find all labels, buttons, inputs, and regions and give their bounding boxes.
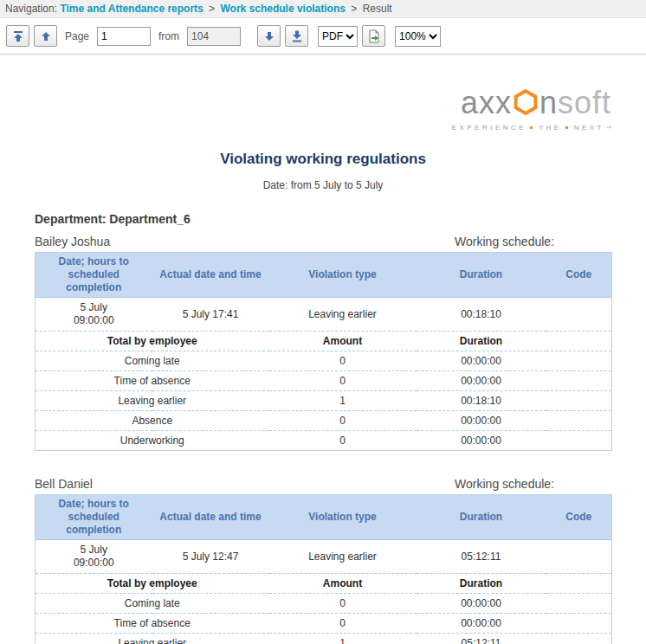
empty-cell bbox=[546, 411, 612, 431]
col-header-actual: Actual date and time bbox=[152, 495, 269, 540]
breadcrumb-separator: > bbox=[351, 3, 357, 15]
empty-cell bbox=[546, 431, 612, 451]
empty-cell bbox=[546, 371, 612, 391]
employee-section: Bell Daniel Working schedule: Date; hour… bbox=[0, 477, 646, 644]
trademark-symbol: ™ bbox=[606, 126, 611, 131]
violations-table: Date; hours to scheduled completion Actu… bbox=[35, 494, 612, 644]
col-header-scheduled: Date; hours to scheduled completion bbox=[36, 495, 152, 540]
previous-page-button[interactable] bbox=[34, 25, 57, 47]
nav-link-time-attendance-reports[interactable]: Time and Attendance reports bbox=[60, 3, 203, 15]
scheduled-date: 5 July bbox=[39, 301, 149, 314]
empty-cell bbox=[546, 634, 612, 644]
breadcrumb: Navigation: Time and Attendance reports … bbox=[0, 0, 646, 18]
nav-current-result: Result bbox=[363, 3, 392, 15]
total-row: Leaving earlier 1 05:12:11 bbox=[36, 634, 612, 644]
code-cell bbox=[546, 298, 612, 332]
scheduled-time: 09:00:00 bbox=[39, 314, 149, 327]
total-row-amount: 0 bbox=[269, 614, 417, 634]
duration-cell: 05:12:11 bbox=[417, 540, 546, 574]
total-row: Coming late 0 00:00:00 bbox=[36, 351, 612, 371]
total-row-label: Time of absence bbox=[36, 371, 269, 391]
total-row-duration: 00:00:00 bbox=[417, 431, 546, 451]
export-format-select[interactable]: PDF bbox=[318, 26, 358, 47]
total-row-duration: 05:12:11 bbox=[417, 634, 546, 644]
tagline-dot bbox=[530, 126, 533, 129]
amount-label: Amount bbox=[269, 574, 417, 594]
empty-cell bbox=[546, 351, 612, 371]
page-number-input[interactable] bbox=[97, 27, 151, 46]
total-row: Time of absence 0 00:00:00 bbox=[36, 371, 612, 391]
total-row: Absence 0 00:00:00 bbox=[36, 411, 612, 431]
total-row: Time of absence 0 00:00:00 bbox=[36, 614, 612, 634]
employee-header: Bell Daniel Working schedule: bbox=[35, 477, 611, 491]
table-header-row: Date; hours to scheduled completion Actu… bbox=[36, 253, 612, 298]
total-by-employee-label: Total by employee bbox=[36, 332, 269, 351]
export-document-icon bbox=[367, 29, 381, 43]
total-row-label: Time of absence bbox=[36, 614, 269, 634]
total-row: Underworking 0 00:00:00 bbox=[36, 431, 612, 451]
tagline-word: EXPERIENCE bbox=[452, 124, 527, 132]
total-row: Leaving earlier 1 00:18:10 bbox=[36, 391, 612, 411]
violation-type-cell: Leaving earlier bbox=[269, 540, 417, 574]
total-row-label: Coming late bbox=[36, 351, 269, 371]
export-button[interactable] bbox=[362, 25, 385, 47]
actual-cell: 5 July 12:47 bbox=[152, 540, 269, 574]
code-cell bbox=[546, 540, 612, 574]
empty-cell bbox=[546, 614, 612, 634]
col-header-code: Code bbox=[546, 253, 612, 298]
working-schedule-label: Working schedule: bbox=[455, 235, 611, 248]
arrow-up-bar-icon bbox=[12, 30, 24, 42]
empty-cell bbox=[546, 332, 612, 351]
total-by-employee-label: Total by employee bbox=[36, 574, 269, 594]
logo-tagline: EXPERIENCE THE NEXT ™ bbox=[0, 124, 611, 132]
axxonsoft-logo: axx nsoft EXPERIENCE THE NEXT ™ bbox=[0, 87, 611, 132]
table-header-row: Date; hours to scheduled completion Actu… bbox=[36, 495, 612, 540]
violation-row: 5 July 09:00:00 5 July 17:41 Leaving ear… bbox=[36, 298, 612, 332]
working-schedule-label: Working schedule: bbox=[455, 477, 611, 491]
nav-label: Navigation: bbox=[5, 3, 57, 15]
empty-cell bbox=[546, 594, 612, 614]
first-page-button[interactable] bbox=[6, 25, 29, 47]
scheduled-cell: 5 July 09:00:00 bbox=[36, 298, 152, 332]
col-header-actual: Actual date and time bbox=[152, 253, 269, 298]
col-header-code: Code bbox=[546, 495, 612, 540]
tagline-word: NEXT bbox=[574, 124, 604, 132]
col-header-duration: Duration bbox=[417, 495, 546, 540]
nav-link-work-schedule-violations[interactable]: Work schedule violations bbox=[220, 3, 345, 15]
total-row-amount: 1 bbox=[269, 391, 417, 411]
report-title: Violating working regulations bbox=[0, 151, 646, 168]
scheduled-date: 5 July bbox=[39, 544, 149, 557]
totals-header-row: Total by employee Amount Duration bbox=[36, 574, 612, 594]
total-row-amount: 1 bbox=[269, 634, 417, 644]
last-page-button[interactable] bbox=[285, 25, 308, 47]
violation-type-cell: Leaving earlier bbox=[269, 298, 417, 332]
violations-table: Date; hours to scheduled completion Actu… bbox=[35, 252, 612, 451]
department-heading: Department: Department_6 bbox=[35, 212, 611, 226]
col-header-violation-type: Violation type bbox=[269, 495, 417, 540]
logo-text-axx: axx bbox=[461, 85, 512, 120]
duration-label: Duration bbox=[417, 332, 546, 351]
actual-cell: 5 July 17:41 bbox=[152, 298, 269, 332]
total-row-duration: 00:00:00 bbox=[417, 411, 546, 431]
breadcrumb-separator: > bbox=[209, 3, 215, 15]
totals-header-row: Total by employee Amount Duration bbox=[36, 332, 612, 351]
zoom-select[interactable]: 100% bbox=[395, 26, 441, 47]
total-row-duration: 00:00:00 bbox=[417, 594, 546, 614]
next-page-button[interactable] bbox=[257, 25, 281, 47]
total-pages-field bbox=[187, 27, 241, 46]
tagline-word: THE bbox=[539, 124, 562, 132]
total-row-label: Underworking bbox=[36, 431, 269, 451]
total-row-duration: 00:18:10 bbox=[417, 391, 546, 411]
duration-label: Duration bbox=[417, 574, 546, 594]
col-header-duration: Duration bbox=[417, 253, 546, 298]
total-row-amount: 0 bbox=[269, 431, 417, 451]
col-header-violation-type: Violation type bbox=[269, 253, 417, 298]
total-row-duration: 00:00:00 bbox=[417, 614, 546, 634]
employee-header: Bailey Joshua Working schedule: bbox=[35, 235, 611, 248]
total-row-label: Leaving earlier bbox=[36, 634, 269, 644]
total-row-duration: 00:00:00 bbox=[417, 351, 546, 371]
empty-cell bbox=[546, 391, 612, 411]
hexagon-icon bbox=[513, 88, 539, 116]
logo-text-soft: soft bbox=[558, 85, 611, 120]
total-row-amount: 0 bbox=[269, 411, 417, 431]
